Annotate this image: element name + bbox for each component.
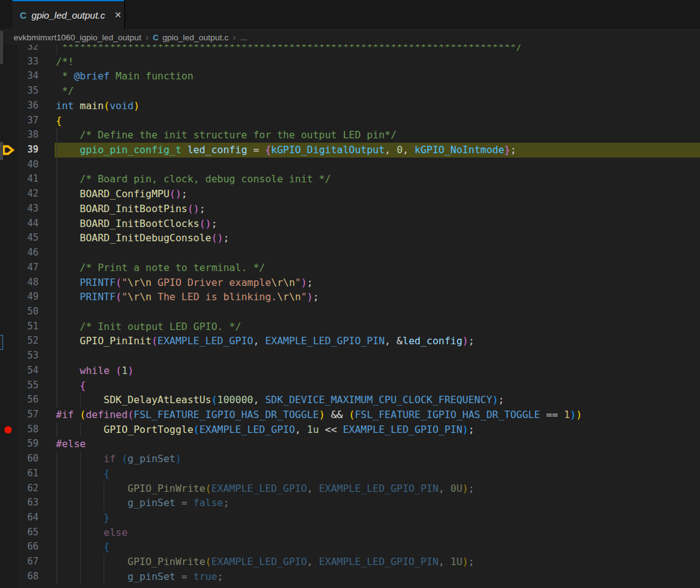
- code-line[interactable]: 37{: [0, 114, 700, 128]
- code-line-text[interactable]: [56, 349, 700, 363]
- code-line[interactable]: 42 BOARD_ConfigMPU();: [0, 187, 700, 202]
- glyph-margin-cell[interactable]: [0, 290, 17, 305]
- breadcrumb-item-file[interactable]: gpio_led_output.c: [163, 33, 229, 42]
- glyph-margin-cell[interactable]: [0, 496, 17, 510]
- code-line-text[interactable]: g_pinSet = true;: [56, 569, 700, 584]
- code-line[interactable]: 63 g_pinSet = false;: [0, 496, 700, 510]
- code-line[interactable]: 39 gpio_pin_config_t led_config = {kGPIO…: [0, 143, 700, 158]
- code-line[interactable]: 40: [0, 158, 700, 172]
- glyph-margin-cell[interactable]: [0, 128, 17, 143]
- code-line-text[interactable]: GPIO_PinInit(EXAMPLE_LED_GPIO, EXAMPLE_L…: [56, 334, 700, 349]
- code-line-text[interactable]: /* Init output LED GPIO. */: [56, 319, 700, 334]
- breadcrumb-ellipsis[interactable]: ...: [240, 33, 247, 42]
- glyph-margin-cell[interactable]: [0, 540, 17, 555]
- code-line-text[interactable]: /*!: [56, 55, 700, 69]
- code-line-text[interactable]: /* Board pin, clock, debug console init …: [56, 172, 700, 187]
- glyph-margin-cell[interactable]: [0, 555, 17, 569]
- code-line-text[interactable]: PRINTF("\r\n GPIO Driver example\r\n");: [56, 275, 700, 290]
- glyph-margin-cell[interactable]: [0, 187, 17, 202]
- code-line-text[interactable]: /* Define the init structure for the out…: [56, 128, 700, 143]
- glyph-margin-cell[interactable]: [0, 525, 17, 540]
- code-line-text[interactable]: BOARD_InitBootClocks();: [56, 216, 700, 231]
- code-line[interactable]: 61 {: [0, 466, 700, 481]
- code-line[interactable]: 50: [0, 305, 700, 319]
- glyph-margin-cell[interactable]: [0, 319, 17, 334]
- glyph-margin-cell[interactable]: [0, 393, 17, 408]
- code-line[interactable]: 41 /* Board pin, clock, debug console in…: [0, 172, 700, 187]
- code-line-text[interactable]: {: [56, 540, 700, 555]
- glyph-margin-cell[interactable]: [0, 452, 17, 466]
- code-line-text[interactable]: */: [56, 84, 700, 99]
- code-line[interactable]: 53: [0, 349, 700, 363]
- code-line-text[interactable]: SDK_DelayAtLeastUs(100000, SDK_DEVICE_MA…: [56, 393, 700, 408]
- code-line-text[interactable]: {: [56, 378, 700, 393]
- code-line-text[interactable]: {: [56, 466, 700, 481]
- code-line[interactable]: 57#if (defined(FSL_FEATURE_IGPIO_HAS_DR_…: [0, 408, 700, 422]
- code-line[interactable]: 34 * @brief Main function: [0, 69, 700, 84]
- code-line-text[interactable]: int main(void): [56, 99, 700, 114]
- glyph-margin-cell[interactable]: [0, 363, 17, 378]
- glyph-margin-cell[interactable]: [0, 172, 17, 187]
- glyph-margin-cell[interactable]: [0, 569, 17, 584]
- breakpoint-icon[interactable]: [0, 422, 17, 437]
- code-line[interactable]: 67 GPIO_PinWrite(EXAMPLE_LED_GPIO, EXAMP…: [0, 555, 700, 569]
- code-editor[interactable]: 32 *************************************…: [0, 45, 700, 588]
- glyph-margin-cell[interactable]: [0, 69, 17, 84]
- code-line-text[interactable]: BOARD_InitDebugConsole();: [56, 231, 700, 246]
- glyph-margin-cell[interactable]: [0, 466, 17, 481]
- code-line[interactable]: 48 PRINTF("\r\n GPIO Driver example\r\n"…: [0, 275, 700, 290]
- glyph-margin-cell[interactable]: [0, 261, 17, 275]
- code-line[interactable]: 60 if (g_pinSet): [0, 452, 700, 466]
- glyph-margin-cell[interactable]: [0, 481, 17, 496]
- code-line-text[interactable]: [56, 305, 700, 319]
- code-line-text[interactable]: g_pinSet = false;: [56, 496, 700, 510]
- code-line[interactable]: 62 GPIO_PinWrite(EXAMPLE_LED_GPIO, EXAMP…: [0, 481, 700, 496]
- code-line-text[interactable]: else: [56, 525, 700, 540]
- code-line-text[interactable]: [56, 158, 700, 172]
- glyph-margin-cell[interactable]: [0, 231, 17, 246]
- code-line-text[interactable]: * @brief Main function: [56, 69, 700, 84]
- code-line[interactable]: 52 GPIO_PinInit(EXAMPLE_LED_GPIO, EXAMPL…: [0, 334, 700, 349]
- glyph-margin-cell[interactable]: [0, 246, 17, 261]
- glyph-margin-cell[interactable]: [0, 349, 17, 363]
- editor-tab-gpio-led-output[interactable]: C gpio_led_output.c ✕: [12, 0, 124, 30]
- tab-close-icon[interactable]: ✕: [112, 9, 123, 20]
- code-line[interactable]: 36int main(void): [0, 99, 700, 114]
- glyph-margin-cell[interactable]: [0, 408, 17, 422]
- code-line[interactable]: 56 SDK_DelayAtLeastUs(100000, SDK_DEVICE…: [0, 393, 700, 408]
- glyph-margin-cell[interactable]: [0, 202, 17, 216]
- code-line[interactable]: 38 /* Define the init structure for the …: [0, 128, 700, 143]
- glyph-margin-cell[interactable]: [0, 99, 17, 114]
- code-line[interactable]: 55 {: [0, 378, 700, 393]
- code-line-text[interactable]: /* Print a note to terminal. */: [56, 261, 700, 275]
- code-line-text[interactable]: GPIO_PinWrite(EXAMPLE_LED_GPIO, EXAMPLE_…: [56, 481, 700, 496]
- glyph-margin-cell[interactable]: [0, 510, 17, 525]
- code-line-text[interactable]: BOARD_InitBootPins();: [56, 202, 700, 216]
- code-line[interactable]: 35 */: [0, 84, 700, 99]
- code-line[interactable]: 64 }: [0, 510, 700, 525]
- code-line-text[interactable]: if (g_pinSet): [56, 452, 700, 466]
- code-line[interactable]: 51 /* Init output LED GPIO. */: [0, 319, 700, 334]
- code-line-text[interactable]: gpio_pin_config_t led_config = {kGPIO_Di…: [56, 143, 700, 158]
- code-line-text[interactable]: #else: [56, 437, 700, 452]
- code-line[interactable]: 66 {: [0, 540, 700, 555]
- code-line[interactable]: 46: [0, 246, 700, 261]
- code-line-text[interactable]: while (1): [56, 363, 700, 378]
- code-line-text[interactable]: [56, 246, 700, 261]
- glyph-margin-cell[interactable]: [0, 275, 17, 290]
- glyph-margin-cell[interactable]: [0, 437, 17, 452]
- code-line-text[interactable]: GPIO_PinWrite(EXAMPLE_LED_GPIO, EXAMPLE_…: [56, 555, 700, 569]
- code-line[interactable]: 65 else: [0, 525, 700, 540]
- glyph-margin-cell[interactable]: [0, 378, 17, 393]
- code-line[interactable]: 59#else: [0, 437, 700, 452]
- code-line[interactable]: 68 g_pinSet = true;: [0, 569, 700, 584]
- code-line-text[interactable]: #if (defined(FSL_FEATURE_IGPIO_HAS_DR_TO…: [56, 408, 700, 422]
- code-line[interactable]: 32 *************************************…: [0, 45, 700, 55]
- code-line-text[interactable]: }: [56, 510, 700, 525]
- breadcrumb-item-folder[interactable]: evkbmimxrt1060_igpio_led_output: [14, 33, 141, 42]
- code-line[interactable]: 44 BOARD_InitBootClocks();: [0, 216, 700, 231]
- code-line[interactable]: 58 GPIO_PortToggle(EXAMPLE_LED_GPIO, 1u …: [0, 422, 700, 437]
- code-line[interactable]: 43 BOARD_InitBootPins();: [0, 202, 700, 216]
- code-line[interactable]: 47 /* Print a note to terminal. */: [0, 261, 700, 275]
- code-line[interactable]: 54 while (1): [0, 363, 700, 378]
